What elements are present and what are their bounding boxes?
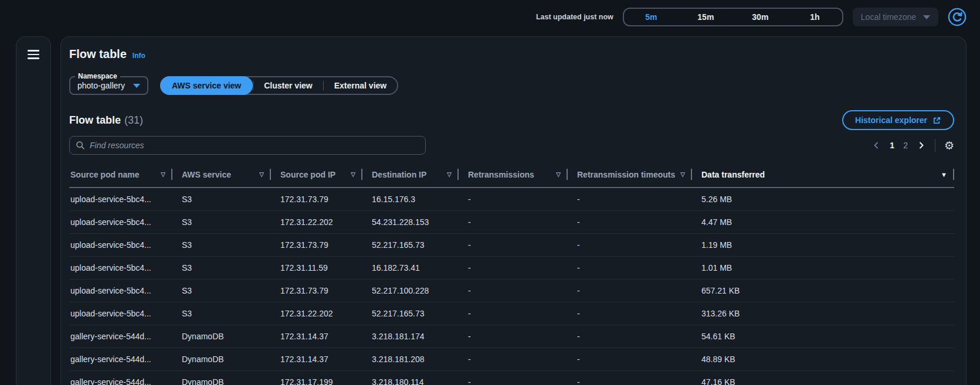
chevron-right-icon: [917, 141, 926, 150]
filter-caret-icon[interactable]: ▽: [259, 171, 264, 178]
cell-retransmissions: -: [459, 325, 568, 347]
cell-aws-service: S3: [172, 233, 271, 256]
cell-destination-ip: 52.217.165.73: [362, 302, 459, 325]
pagination: 12 ⚙: [872, 139, 954, 152]
cell-aws-service: S3: [172, 210, 271, 233]
table-row-count: (31): [124, 114, 143, 126]
menu-icon[interactable]: [28, 50, 39, 385]
cell-retransmission-timeouts: -: [568, 188, 692, 210]
table-row[interactable]: upload-service-5bc4...S3172.31.73.7952.2…: [69, 279, 954, 302]
cell-retransmissions: -: [459, 347, 568, 370]
time-range-5m[interactable]: 5m: [624, 9, 679, 25]
column-header-destination-ip[interactable]: Destination IP▽: [362, 162, 459, 188]
search-input[interactable]: [90, 141, 419, 150]
table-row[interactable]: upload-service-5bc4...S3172.31.11.5916.1…: [69, 256, 954, 279]
cell-retransmissions: -: [459, 233, 568, 256]
refresh-button[interactable]: [948, 8, 967, 26]
table-section-header: Flow table(31) Historical explorer: [69, 110, 954, 130]
page-2[interactable]: 2: [903, 141, 908, 150]
page-title: Flow table: [69, 47, 127, 61]
controls-row: Namespace photo-gallery AWS service view…: [69, 76, 954, 95]
cell-source-pod-name: upload-service-5bc4...: [69, 210, 172, 233]
table-row[interactable]: gallery-service-544d...DynamoDB172.31.17…: [69, 370, 954, 385]
previous-page-button[interactable]: [872, 141, 881, 150]
filter-caret-icon[interactable]: ▽: [161, 171, 165, 178]
view-tab-aws-service-view[interactable]: AWS service view: [160, 76, 253, 95]
settings-gear-icon[interactable]: ⚙: [944, 140, 954, 151]
sort-descending-icon[interactable]: ▼: [941, 171, 947, 178]
cell-retransmission-timeouts: -: [568, 302, 692, 325]
column-label: AWS service: [182, 170, 231, 179]
table-row[interactable]: upload-service-5bc4...S3172.31.22.20252.…: [69, 302, 954, 325]
cell-retransmissions: -: [459, 279, 568, 302]
search-icon: [76, 141, 85, 150]
cell-retransmissions: -: [459, 188, 568, 210]
column-label: Source pod IP: [280, 170, 335, 179]
page-1[interactable]: 1: [890, 141, 894, 150]
cell-source-pod-name: upload-service-5bc4...: [69, 302, 172, 325]
cell-source-pod-ip: 172.31.11.59: [271, 256, 362, 279]
table-row[interactable]: upload-service-5bc4...S3172.31.73.7916.1…: [69, 188, 954, 210]
time-range-1h[interactable]: 1h: [788, 9, 842, 25]
cell-retransmission-timeouts: -: [568, 325, 692, 347]
column-header-source-pod-name[interactable]: Source pod name▽: [69, 162, 172, 188]
table-toolbar: 12 ⚙: [69, 136, 954, 155]
cell-data-transferred: 48.89 KB: [692, 347, 954, 370]
cell-aws-service: DynamoDB: [172, 325, 271, 347]
cell-source-pod-name: upload-service-5bc4...: [69, 233, 172, 256]
column-header-source-pod-ip[interactable]: Source pod IP▽: [271, 162, 362, 188]
cell-destination-ip: 54.231.228.153: [362, 210, 459, 233]
chevron-down-icon: [923, 15, 930, 19]
cell-destination-ip: 3.218.180.114: [362, 370, 459, 385]
external-link-icon: [932, 116, 941, 125]
last-updated-text: Last updated just now: [536, 13, 613, 21]
historical-explorer-button[interactable]: Historical explorer: [842, 110, 954, 130]
column-header-retransmissions[interactable]: Retransmissions▽: [459, 162, 568, 188]
time-range-30m[interactable]: 30m: [733, 9, 788, 25]
top-bar: Last updated just now 5m15m30m1h Local t…: [0, 0, 980, 34]
cell-data-transferred: 1.19 MB: [692, 233, 954, 256]
cell-retransmission-timeouts: -: [568, 233, 692, 256]
cell-retransmissions: -: [459, 256, 568, 279]
column-header-inner: Source pod name▽: [70, 170, 165, 179]
chevron-down-icon: [133, 84, 140, 88]
cell-retransmissions: -: [459, 370, 568, 385]
cell-data-transferred: 54.61 KB: [692, 325, 954, 347]
table-row[interactable]: gallery-service-544d...DynamoDB172.31.14…: [69, 325, 954, 347]
content-area: Flow table Info Namespace photo-gallery …: [0, 34, 980, 385]
cell-source-pod-name: upload-service-5bc4...: [69, 256, 172, 279]
filter-caret-icon[interactable]: ▽: [351, 171, 355, 178]
column-header-aws-service[interactable]: AWS service▽: [172, 162, 271, 188]
cell-retransmission-timeouts: -: [568, 210, 692, 233]
namespace-dropdown[interactable]: Namespace photo-gallery: [69, 76, 148, 95]
chevron-left-icon: [872, 141, 881, 150]
column-label: Data transferred: [701, 170, 765, 179]
column-header-data-transferred[interactable]: Data transferred▼: [692, 162, 954, 188]
cell-aws-service: S3: [172, 302, 271, 325]
cell-retransmissions: -: [459, 210, 568, 233]
info-link[interactable]: Info: [133, 52, 145, 60]
column-header-retransmission-timeouts[interactable]: Retransmission timeouts▽: [568, 162, 692, 188]
filter-caret-icon[interactable]: ▽: [680, 171, 685, 178]
next-page-button[interactable]: [917, 141, 926, 150]
cell-source-pod-name: gallery-service-544d...: [69, 325, 172, 347]
namespace-label: Namespace: [75, 72, 120, 80]
cell-data-transferred: 4.47 MB: [692, 210, 954, 233]
view-tab-cluster-view[interactable]: Cluster view: [253, 77, 323, 94]
cell-retransmissions: -: [459, 302, 568, 325]
cell-data-transferred: 657.21 KB: [692, 279, 954, 302]
filter-caret-icon[interactable]: ▽: [556, 171, 561, 178]
column-divider: [953, 169, 954, 180]
time-range-15m[interactable]: 15m: [679, 9, 733, 25]
cell-aws-service: DynamoDB: [172, 370, 271, 385]
view-tab-external-view[interactable]: External view: [324, 77, 398, 94]
refresh-icon: [948, 8, 967, 26]
timezone-dropdown[interactable]: Local timezone: [853, 8, 938, 26]
column-header-inner: AWS service▽: [182, 170, 264, 179]
filter-caret-icon[interactable]: ▽: [447, 171, 452, 178]
search-box: [69, 136, 426, 155]
table-row[interactable]: upload-service-5bc4...S3172.31.22.20254.…: [69, 210, 954, 233]
table-row[interactable]: upload-service-5bc4...S3172.31.73.7952.2…: [69, 233, 954, 256]
column-label: Source pod name: [70, 170, 139, 179]
table-row[interactable]: gallery-service-544d...DynamoDB172.31.14…: [69, 347, 954, 370]
